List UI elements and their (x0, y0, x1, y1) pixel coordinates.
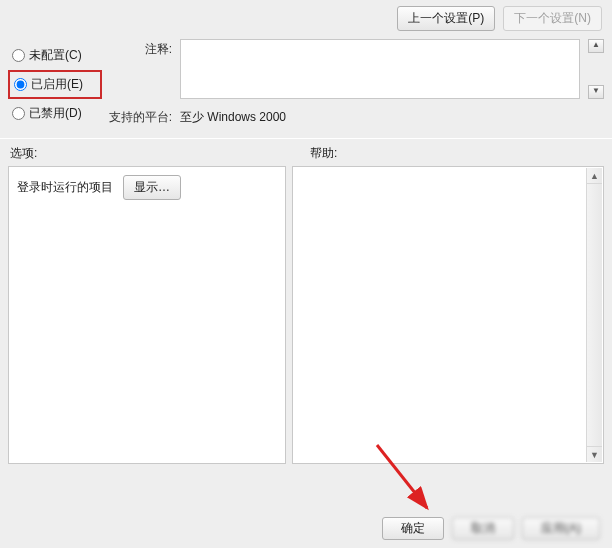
prev-setting-button[interactable]: 上一个设置(P) (397, 6, 495, 31)
radio-not-configured[interactable]: 未配置(C) (8, 41, 102, 70)
help-pane: ▲ ▼ (292, 166, 604, 464)
options-heading: 选项: (10, 145, 310, 162)
help-scrollbar[interactable]: ▲ ▼ (586, 168, 602, 462)
comment-textarea[interactable] (180, 39, 580, 99)
radio-disabled[interactable]: 已禁用(D) (8, 99, 102, 128)
comment-label: 注释: (108, 39, 172, 58)
cancel-button[interactable]: 取消 (452, 517, 514, 540)
next-setting-button: 下一个设置(N) (503, 6, 602, 31)
radio-disabled-input[interactable] (12, 107, 25, 120)
radio-not-configured-input[interactable] (12, 49, 25, 62)
radio-enabled-input[interactable] (14, 78, 27, 91)
state-radio-group: 未配置(C) 已启用(E) 已禁用(D) (8, 39, 102, 128)
comment-spin-up[interactable]: ▲ (588, 39, 604, 53)
platform-value: 至少 Windows 2000 (180, 107, 286, 126)
platform-label: 支持的平台: (108, 107, 172, 126)
option-item-label: 登录时运行的项目 (17, 179, 113, 196)
scroll-up-icon[interactable]: ▲ (587, 168, 602, 184)
show-button[interactable]: 显示… (123, 175, 181, 200)
radio-not-configured-label: 未配置(C) (29, 47, 82, 64)
radio-enabled[interactable]: 已启用(E) (8, 70, 102, 99)
apply-button[interactable]: 应用(A) (522, 517, 600, 540)
comment-spin-down[interactable]: ▼ (588, 85, 604, 99)
radio-disabled-label: 已禁用(D) (29, 105, 82, 122)
help-heading: 帮助: (310, 145, 602, 162)
radio-enabled-label: 已启用(E) (31, 76, 83, 93)
options-pane: 登录时运行的项目 显示… (8, 166, 286, 464)
ok-button[interactable]: 确定 (382, 517, 444, 540)
comment-spin: ▲ ▼ (588, 39, 604, 99)
scroll-down-icon[interactable]: ▼ (587, 446, 602, 462)
